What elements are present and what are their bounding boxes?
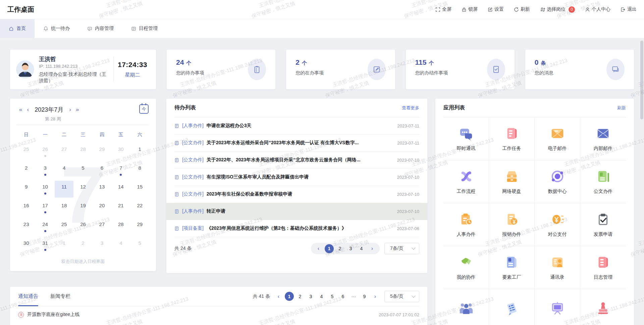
calendar-day[interactable]: 13 (93, 181, 111, 200)
page-size-select[interactable]: 7条/页 (384, 243, 419, 254)
todo-item[interactable]: [人事办件]转正申请2023-07-10 (166, 203, 427, 220)
page-size-select[interactable]: 5条/页 (384, 291, 419, 302)
calendar-day[interactable]: 30 (17, 237, 36, 256)
tab-schedule[interactable]: 日程管理 (122, 19, 166, 38)
calendar-day[interactable]: 2 (17, 162, 36, 181)
calendar-day[interactable]: 14 (111, 181, 130, 200)
app-drive[interactable]: 网络硬盘 (489, 160, 535, 203)
avatar[interactable] (16, 60, 34, 78)
page-button[interactable]: 5 (328, 292, 337, 301)
app-im[interactable]: 即时通讯 (443, 117, 489, 160)
app-invoice[interactable]: 发票申请 (580, 203, 626, 246)
stat-card-0[interactable]: 24个您的待办事项 (167, 50, 275, 89)
news-tab-0[interactable]: 通知通告 (18, 287, 38, 306)
app-hr[interactable]: 人事办件 (443, 203, 489, 246)
todo-item[interactable]: [公文办件]关于2022年、2023年水务局运维项目外采“北京市政务云服务合同（… (174, 152, 419, 169)
calendar-day[interactable]: 28 (111, 218, 130, 237)
prev-page-button[interactable]: ‹ (314, 244, 323, 253)
calendar-day[interactable]: 27 (93, 218, 111, 237)
calendar-day[interactable]: 10 (36, 181, 54, 200)
app-pay[interactable]: 对公支付 (535, 203, 580, 246)
page-button[interactable]: 9 (360, 292, 369, 301)
calendar-day[interactable]: 19 (73, 200, 92, 218)
tab-content[interactable]: 内容管理 (78, 19, 122, 38)
todo-item[interactable]: [项目备案]《2023年局信息系统运行维护（第2包：基础办公系统技术服务）》20… (174, 220, 419, 237)
header-action-settings[interactable]: 设置 (488, 6, 504, 12)
calendar-day[interactable]: 5 (73, 162, 92, 181)
calendar-day[interactable]: 6 (93, 162, 111, 181)
calendar-day[interactable]: 17 (36, 200, 54, 218)
calendar-day[interactable]: 23 (17, 218, 36, 237)
calendar-day[interactable]: 30 (111, 143, 130, 162)
app-stamp[interactable] (580, 289, 626, 325)
calendar-day[interactable]: 29 (130, 218, 149, 237)
app-board[interactable] (535, 289, 580, 325)
next-page-button[interactable]: › (368, 244, 377, 253)
tab-todo[interactable]: 统一待办 (35, 19, 78, 38)
news-item[interactable]: 顶开源数字底座在gitee上线2023-07-07 17:01:02 (18, 306, 419, 323)
header-action-post[interactable]: 选择岗位0 (540, 6, 575, 13)
todo-item[interactable]: [公文办件]关于2023年水务运维外采合同“2023年水务局统一认证 有生博大V… (174, 134, 419, 152)
calendar-day[interactable]: 3 (93, 237, 111, 256)
header-action-refresh[interactable]: 刷新 (514, 6, 530, 12)
apps-refresh-link[interactable]: 刷新 (617, 105, 626, 111)
app-flow[interactable]: 工作流程 (443, 160, 489, 203)
todo-item[interactable]: [公文办件]2023年有生社保公积金基数申报审核申请2023-07-10 (174, 186, 419, 203)
calendar-day[interactable]: 26 (73, 218, 92, 237)
scrollbar-track[interactable] (639, 38, 644, 325)
calendar-day[interactable]: 3 (36, 162, 54, 181)
todo-item[interactable]: [人事办件]申请在家远程办公3天2023-07-11 (174, 117, 419, 134)
news-tab-1[interactable]: 新闻专栏 (50, 287, 70, 306)
calendar-day[interactable]: 9 (17, 181, 36, 200)
page-button[interactable]: 3 (306, 292, 315, 301)
calendar-day[interactable]: 31 (36, 237, 54, 256)
header-action-fullscreen[interactable]: 全屏 (435, 6, 451, 12)
page-button[interactable]: 4 (317, 292, 326, 301)
app-expense[interactable]: 报销办件 (489, 203, 535, 246)
calendar-prev-month-button[interactable]: ‹ (24, 106, 31, 113)
stat-card-2[interactable]: 115个您的办结件事项 (406, 50, 515, 89)
calendar-day[interactable]: 12 (73, 181, 92, 200)
app-collab[interactable]: 我的协作 (443, 246, 489, 289)
app-sheet[interactable] (489, 289, 535, 325)
calendar-day[interactable]: 18 (55, 200, 73, 218)
calendar-day[interactable]: 5 (130, 237, 149, 256)
stat-card-1[interactable]: 2个您的在办事项 (286, 50, 395, 89)
page-button[interactable]: 2 (335, 244, 344, 253)
calendar-day[interactable]: 4 (55, 162, 73, 181)
scrollbar-thumb[interactable] (640, 41, 643, 119)
page-button-active[interactable]: 1 (325, 244, 334, 253)
page-button[interactable]: 3 (346, 244, 355, 253)
header-action-logout[interactable]: 退出 (621, 6, 637, 12)
calendar-day[interactable]: 29 (93, 143, 111, 162)
calendar-day[interactable]: 15 (130, 181, 149, 200)
calendar-prev-year-button[interactable]: « (17, 106, 24, 113)
calendar-day[interactable]: 4 (111, 237, 130, 256)
app-users[interactable] (443, 289, 489, 325)
calendar-day[interactable]: 22 (130, 200, 149, 218)
app-journal[interactable]: 日志管理 (580, 246, 626, 289)
calendar-next-month-button[interactable]: › (67, 106, 73, 113)
next-page-button[interactable]: › (371, 292, 380, 301)
calendar-day[interactable]: 16 (17, 200, 36, 218)
calendar-next-year-button[interactable]: » (73, 106, 81, 113)
prev-page-button[interactable]: ‹ (274, 292, 283, 301)
calendar-day[interactable]: 2 (73, 237, 92, 256)
app-contacts[interactable]: 通讯录 (535, 246, 580, 289)
calendar-day[interactable]: 8 (130, 162, 149, 181)
app-email[interactable]: 电子邮件 (535, 117, 580, 160)
header-action-user[interactable]: 个人中心 (585, 6, 610, 12)
calendar-day[interactable]: 21 (111, 200, 130, 218)
app-task[interactable]: 工作任务 (489, 117, 535, 160)
app-datac[interactable]: 数据中心 (535, 160, 580, 203)
calendar-day[interactable]: 25 (55, 218, 73, 237)
calendar-title[interactable]: 2023年7月 (35, 106, 63, 114)
calendar-day[interactable]: 26 (36, 143, 54, 162)
calendar-day[interactable]: 7 (111, 162, 130, 181)
page-button[interactable]: 6 (338, 292, 347, 301)
calendar-day[interactable]: 20 (93, 200, 111, 218)
calendar-day[interactable]: 28 (73, 143, 92, 162)
stat-card-3[interactable]: 0条您的消息 (525, 50, 634, 89)
app-docgreen[interactable]: 公文办件 (580, 160, 626, 203)
page-button[interactable]: 4 (357, 244, 366, 253)
